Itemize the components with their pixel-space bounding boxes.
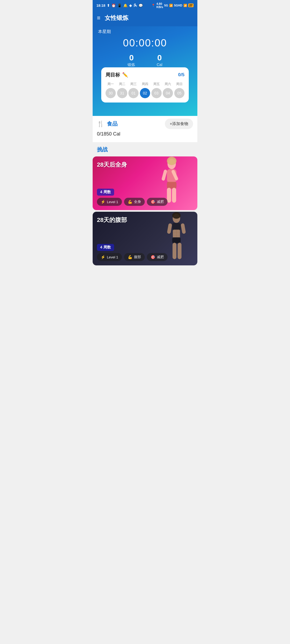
challenge-card-fullbody[interactable]: 28天后全身 4 周数 ⚡ Level 1 💪 全身 🎯 减肥 [93,156,197,210]
tag-body-fullbody: 💪 全身 [124,198,145,206]
weekly-title-text: 周目标 [106,72,120,78]
wechat-icon: 📱 [117,3,122,8]
day-thu: 周四 02 [140,82,150,98]
tag-level-fullbody: ⚡ Level 1 [97,198,122,206]
status-time: 18:18 [96,3,105,8]
day-sat: 周六 04 [163,82,173,98]
calories-label: Cal [157,63,162,67]
calories-count: 0 [157,53,162,62]
status-left: 18:18 ⬆ ⏰ 📱 🔔 ◈ 头 💬 [96,3,143,8]
day-mon: 周一 30 [106,82,116,98]
5ghd-icon: 5GHD [174,4,182,7]
toutiao-icon: 头 [133,3,137,8]
workouts-count: 0 [128,53,135,62]
challenge-section: 挑战 28天后 [93,142,197,265]
tag-goal-abs: 🎯 减肥 [147,253,168,261]
menu-button[interactable]: ≡ [97,14,100,21]
week-label: 本星期 [98,29,192,35]
card-title-abs: 28天的腹部 [97,216,193,224]
body-icon: 💪 [128,200,132,204]
day-sun: 周日 05 [174,82,184,98]
status-bar: 18:18 ⬆ ⏰ 📱 🔔 ◈ 头 💬 📍 4.80KB/s 5G 📶 5GHD… [93,0,197,11]
goal-progress: 0/5 [178,72,184,78]
challenge-card-abs[interactable]: 28天的腹部 4 周数 ⚡ Level 1 💪 腹部 🎯 减肥 [93,212,197,265]
add-food-button[interactable]: +添加食物 [165,119,193,129]
app-title: 女性锻炼 [105,14,128,22]
weekly-card-header: 周目标 ✏️ 0/5 [106,72,184,78]
stats-area: 本星期 00:00:00 0 锻炼 0 Cal 周目标 ✏️ 0/5 周一 30… [93,26,197,116]
challenge-title: 挑战 [93,146,197,156]
network-speed: 4.80KB/s [156,2,163,9]
tag-level-abs: ⚡ Level 1 [97,253,122,261]
tag-goal-fullbody: 🎯 减肥 [147,198,168,206]
days-row: 周一 30 周二 31 周三 01 周四 02 周五 03 周六 04 [106,82,184,98]
edit-icon[interactable]: ✏️ [122,72,128,78]
weeks-badge-fullbody: 4 周数 [97,189,114,196]
tag-goal-label: 减肥 [157,199,164,204]
5g-icon: 5G [164,4,168,7]
signal2-icon: 📶 [183,4,187,7]
tag-body-label-abs: 腹部 [134,255,141,259]
alarm-icon: ⏰ [111,3,116,8]
battery-indicator: 27 [188,3,194,7]
day-wed: 周三 01 [128,82,139,98]
food-icon: 🍴 [97,120,104,127]
card-bottom-abs: 4 周数 ⚡ Level 1 💪 腹部 🎯 减肥 [97,244,193,261]
status-right: 📍 4.80KB/s 5G 📶 5GHD 📶 27 [151,2,194,9]
tag-level-label: Level 1 [107,200,118,204]
upload-icon: ⬆ [107,3,110,8]
bell-icon: 🔔 [123,3,128,8]
alipay-icon: ◈ [129,3,132,8]
calories-stat: 0 Cal [157,53,162,67]
tag-body-label: 全身 [134,199,141,204]
food-section: 🍴 食品 +添加食物 0/1850 Cal [93,114,197,142]
food-header: 🍴 食品 +添加食物 [97,119,193,129]
tag-level-label-abs: Level 1 [107,255,118,259]
day-fri: 周五 03 [151,82,162,98]
food-title: 🍴 食品 [97,120,118,127]
workouts-label: 锻炼 [128,63,135,67]
card-title-fullbody: 28天后全身 [97,161,193,169]
weekly-goal-card: 周目标 ✏️ 0/5 周一 30 周二 31 周三 01 周四 02 [101,67,189,103]
day-tue: 周二 31 [117,82,127,98]
tags-row-abs: ⚡ Level 1 💪 腹部 🎯 减肥 [97,253,193,261]
weekly-title: 周目标 ✏️ [106,72,128,78]
card-content-fullbody: 28天后全身 4 周数 ⚡ Level 1 💪 全身 🎯 减肥 [93,156,197,210]
food-title-text: 食品 [107,120,118,127]
goal-icon-abs: 🎯 [151,255,155,259]
signal-icon: 📶 [169,4,173,7]
chat-icon: 💬 [139,3,143,8]
body-icon-abs: 💪 [128,255,132,259]
level-icon-abs: ⚡ [101,255,105,259]
goal-icon: 🎯 [151,200,155,204]
level-icon: ⚡ [101,200,105,204]
tag-body-abs: 💪 腹部 [124,253,145,261]
tags-row-fullbody: ⚡ Level 1 💪 全身 🎯 减肥 [97,198,193,206]
app-header: ≡ 女性锻炼 [93,11,197,26]
workouts-stat: 0 锻炼 [128,53,135,67]
location-icon: 📍 [151,4,155,7]
workout-timer: 00:00:00 [98,37,192,49]
tag-goal-label-abs: 减肥 [157,255,164,259]
card-bottom-fullbody: 4 周数 ⚡ Level 1 💪 全身 🎯 减肥 [97,189,193,206]
weeks-badge-abs: 4 周数 [97,244,114,251]
stats-row: 0 锻炼 0 Cal [98,53,192,67]
food-calories: 0/1850 Cal [97,131,193,137]
card-content-abs: 28天的腹部 4 周数 ⚡ Level 1 💪 腹部 🎯 减肥 [93,212,197,265]
